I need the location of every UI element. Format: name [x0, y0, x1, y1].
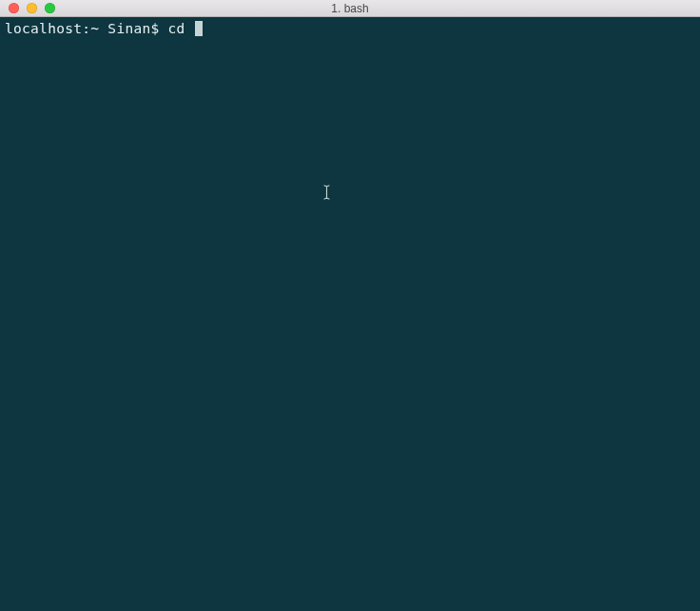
close-icon[interactable]	[9, 3, 19, 13]
titlebar: 1. bash	[0, 0, 700, 17]
maximize-icon[interactable]	[45, 3, 55, 13]
traffic-lights	[0, 3, 55, 13]
terminal-body[interactable]: localhost:~ Sinan$ cd	[0, 17, 700, 611]
ibeam-cursor-icon	[323, 185, 331, 200]
prompt-line: localhost:~ Sinan$ cd	[5, 20, 695, 37]
prompt-text: localhost:~ Sinan$	[5, 21, 168, 36]
command-text: cd	[168, 21, 194, 36]
terminal-window: 1. bash localhost:~ Sinan$ cd	[0, 0, 700, 611]
window-title: 1. bash	[331, 2, 368, 15]
text-cursor	[195, 21, 203, 36]
minimize-icon[interactable]	[27, 3, 37, 13]
